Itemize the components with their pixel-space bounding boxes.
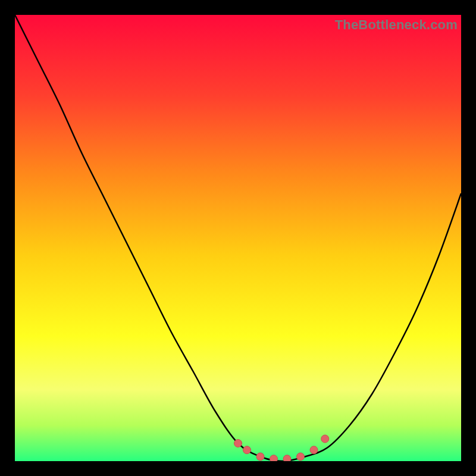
marker-dot — [297, 453, 305, 461]
marker-dot — [270, 455, 278, 461]
chart-svg — [15, 15, 461, 461]
marker-dot — [243, 446, 251, 454]
chart-outer-frame: TheBottleneck.com — [0, 0, 476, 476]
marker-dot — [310, 446, 318, 454]
marker-dot — [256, 453, 264, 461]
marker-dot — [283, 455, 291, 461]
flat-region-markers — [234, 435, 329, 461]
marker-dot — [234, 440, 242, 447]
bottleneck-curve — [15, 15, 461, 461]
marker-dot — [321, 435, 329, 443]
chart-plot-area: TheBottleneck.com — [15, 15, 461, 461]
